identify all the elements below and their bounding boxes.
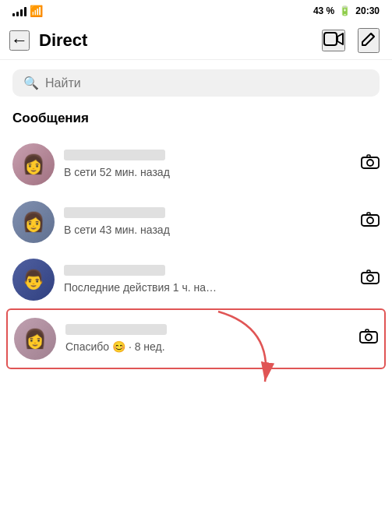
svg-point-12 <box>366 334 372 340</box>
message-info: Спасибо 😊 · 8 нед. <box>65 324 350 354</box>
svg-rect-0 <box>324 33 337 45</box>
status-right: 43 % 🔋 20:30 <box>313 5 380 16</box>
header: ← Direct <box>0 22 392 60</box>
contact-name-blur <box>64 265 165 276</box>
back-button[interactable]: ← <box>9 30 30 51</box>
contact-name-blur <box>64 207 165 218</box>
message-preview: Последние действия 1 ч. на… <box>64 281 217 294</box>
svg-point-3 <box>367 160 373 166</box>
avatar: 👩 <box>12 201 55 243</box>
avatar: 👩 <box>14 318 56 360</box>
camera-button[interactable] <box>361 212 380 232</box>
messages-section-title: Сообщения <box>12 111 380 126</box>
signal-icon <box>12 5 26 16</box>
message-preview: В сети 43 мин. назад <box>64 224 170 236</box>
svg-rect-4 <box>367 155 370 157</box>
camera-button[interactable] <box>361 154 380 174</box>
contact-name-blur <box>65 324 167 335</box>
message-preview: В сети 52 мин. назад <box>64 166 170 178</box>
status-bar: 📶 43 % 🔋 20:30 <box>0 0 392 22</box>
page-title: Direct <box>39 30 322 51</box>
time-label: 20:30 <box>355 5 380 16</box>
video-call-icon <box>323 31 344 47</box>
list-item[interactable]: 👨 Последние действия 1 ч. на… <box>12 251 380 308</box>
battery-label: 43 % <box>313 5 334 16</box>
search-bar[interactable]: 🔍 <box>12 69 380 97</box>
camera-icon <box>361 270 380 285</box>
camera-button[interactable] <box>361 270 380 290</box>
message-list: 👩 В сети 52 мин. назад 👩 В сети 4 <box>12 136 380 369</box>
message-info: В сети 52 мин. назад <box>64 150 351 179</box>
camera-icon <box>361 154 380 170</box>
contact-name-blur <box>64 150 165 160</box>
compose-button[interactable] <box>358 28 380 53</box>
avatar: 👨 <box>12 259 55 301</box>
camera-icon <box>361 212 380 227</box>
svg-rect-13 <box>366 329 369 332</box>
list-item-highlighted[interactable]: 👩 Спасибо 😊 · 8 нед. <box>6 308 386 369</box>
message-info: Последние действия 1 ч. на… <box>64 265 351 294</box>
search-icon: 🔍 <box>23 76 39 90</box>
video-call-button[interactable] <box>322 30 345 51</box>
camera-button[interactable] <box>359 329 378 349</box>
compose-icon <box>359 30 378 48</box>
svg-rect-7 <box>367 213 370 215</box>
list-item[interactable]: 👩 В сети 43 мин. назад <box>12 193 380 251</box>
status-left: 📶 <box>12 5 43 17</box>
battery-icon: 🔋 <box>339 5 351 16</box>
list-item[interactable]: 👩 В сети 52 мин. назад <box>12 136 380 193</box>
message-info: В сети 43 мин. назад <box>64 207 351 237</box>
camera-icon <box>359 329 378 344</box>
main-content: 🔍 Сообщения 👩 В сети 52 мин. назад <box>0 60 392 379</box>
svg-point-9 <box>367 275 373 281</box>
avatar: 👩 <box>12 143 55 185</box>
search-input[interactable] <box>45 76 369 90</box>
svg-marker-1 <box>337 33 343 44</box>
wifi-icon: 📶 <box>30 5 43 17</box>
svg-rect-10 <box>367 270 370 273</box>
message-preview: Спасибо 😊 · 8 нед. <box>65 340 165 353</box>
svg-point-6 <box>367 217 373 224</box>
header-actions <box>322 28 380 53</box>
